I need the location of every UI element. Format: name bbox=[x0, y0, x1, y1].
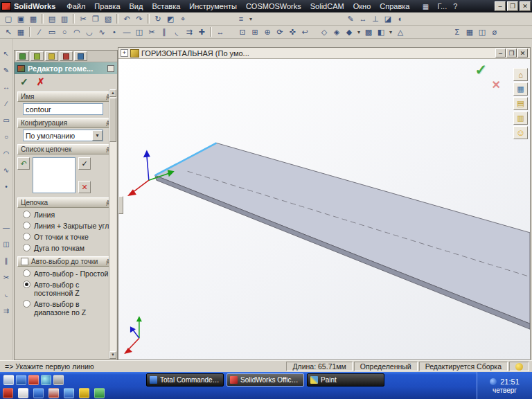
arc-tool-icon[interactable]: ◠ bbox=[1, 148, 12, 159]
quicklaunch-icon-9[interactable] bbox=[48, 388, 59, 398]
offset-entities-icon[interactable]: ∥ bbox=[1, 256, 12, 266]
design-library-icon[interactable]: ▦ bbox=[513, 82, 528, 96]
quicklaunch-icon-2[interactable] bbox=[16, 375, 26, 385]
quicklaunch-icon-7[interactable] bbox=[18, 388, 28, 398]
edit-color-icon[interactable]: ◩ bbox=[164, 13, 177, 24]
autoselect-checkbox[interactable] bbox=[21, 258, 28, 265]
line-tool-icon[interactable]: ∕ bbox=[1, 98, 12, 109]
menu-edit[interactable]: Правка bbox=[90, 2, 124, 10]
select-icon[interactable]: ↖ bbox=[2, 26, 15, 37]
mirror-entities-icon[interactable]: ◫ bbox=[133, 26, 145, 37]
doc-minimize-button[interactable]: – bbox=[495, 48, 506, 57]
copy-icon[interactable]: ❐ bbox=[89, 13, 102, 24]
expand-tree-icon[interactable]: + bbox=[121, 49, 128, 57]
panel-scrollbar[interactable]: ▲ ▼ bbox=[109, 89, 116, 359]
scroll-up-icon[interactable]: ▲ bbox=[109, 89, 116, 97]
new-icon[interactable]: ▢ bbox=[2, 13, 15, 24]
cancel-button[interactable]: ✗ bbox=[37, 76, 45, 87]
scroll-down-icon[interactable]: ▼ bbox=[109, 351, 116, 359]
view-palette-icon[interactable]: ▥ bbox=[513, 112, 528, 125]
quicklaunch-icon-8[interactable] bbox=[33, 388, 44, 398]
configuration-select[interactable]: По умолчанию ▾ bbox=[23, 130, 103, 141]
tangent-arc-icon[interactable]: ◡ bbox=[83, 26, 96, 37]
dimension-tool-icon[interactable]: ↔ bbox=[214, 26, 227, 37]
zoom-fit-icon[interactable]: ⊡ bbox=[236, 26, 249, 37]
confirm-ok-icon[interactable]: ✓ bbox=[475, 62, 487, 78]
zoom-in-out-icon[interactable]: ⊕ bbox=[261, 26, 274, 37]
minimize-button[interactable]: – bbox=[495, 1, 506, 11]
circle-tool-icon[interactable]: ○ bbox=[58, 26, 71, 37]
home-icon[interactable]: ⌂ bbox=[513, 68, 528, 81]
print-icon[interactable]: ▤ bbox=[46, 13, 58, 24]
offset-entities-icon[interactable]: ∥ bbox=[158, 26, 170, 37]
fillet-tool-icon[interactable]: ◟ bbox=[1, 289, 12, 299]
chain-name-input[interactable] bbox=[23, 103, 103, 115]
shaded-icon[interactable]: ◆ bbox=[343, 26, 355, 37]
menu-window[interactable]: Окно bbox=[349, 2, 375, 10]
quicklaunch-icon-10[interactable] bbox=[64, 388, 74, 398]
doc-close-button[interactable]: ✕ bbox=[517, 48, 528, 57]
radio-line[interactable] bbox=[23, 211, 30, 218]
file-explorer-icon[interactable]: ▤ bbox=[513, 97, 528, 110]
view-orientation-dropdown-icon[interactable]: ▾ bbox=[387, 26, 394, 37]
print-preview-icon[interactable]: ▥ bbox=[58, 13, 71, 24]
mass-properties-icon[interactable]: ◫ bbox=[476, 26, 488, 37]
wireframe-icon[interactable]: ◇ bbox=[318, 26, 330, 37]
select-icon[interactable]: ↖ bbox=[1, 48, 12, 59]
trim-entities-icon[interactable]: ✂ bbox=[145, 26, 158, 37]
point-tool-icon[interactable]: • bbox=[108, 26, 121, 37]
radio-auto-constant-z[interactable] bbox=[23, 281, 30, 288]
smart-dimension-icon[interactable]: ↔ bbox=[357, 13, 369, 24]
pan-icon[interactable]: ✜ bbox=[286, 26, 299, 37]
titlebar-grid-icon[interactable]: ▦ bbox=[420, 1, 431, 11]
tab-dimxpert[interactable] bbox=[60, 51, 73, 61]
plate-top-face[interactable] bbox=[155, 143, 530, 323]
menu-tools[interactable]: Инструменты bbox=[185, 2, 241, 10]
rectangle-tool-icon[interactable]: ▭ bbox=[1, 115, 12, 125]
section-chain-header[interactable]: Цепочка ≪ bbox=[17, 197, 114, 208]
dimension-icon[interactable]: ↔ bbox=[1, 82, 12, 92]
radio-auto-range-z[interactable] bbox=[23, 300, 30, 308]
menu-solidcam[interactable]: SolidCAM bbox=[306, 2, 348, 10]
tray-icon[interactable] bbox=[490, 378, 497, 385]
rectangle-tool-icon[interactable]: ▭ bbox=[46, 26, 58, 37]
ok-button[interactable]: ✓ bbox=[20, 76, 28, 87]
taskbar-button-total-commander[interactable]: Total Commander 7.5... bbox=[146, 373, 224, 387]
sketch-icon[interactable]: ✎ bbox=[344, 13, 357, 24]
tab-displaymanager[interactable] bbox=[74, 51, 87, 61]
menu-view[interactable]: Вид bbox=[125, 2, 148, 10]
equations-icon[interactable]: Σ bbox=[451, 26, 463, 37]
spline-tool-icon[interactable]: ∿ bbox=[96, 26, 108, 37]
relations-icon[interactable]: ⊥ bbox=[369, 13, 382, 24]
quicklaunch-icon-3[interactable] bbox=[28, 375, 39, 385]
menu-file[interactable]: Файл bbox=[62, 2, 89, 10]
selection-filter-icon[interactable]: ⌖ bbox=[177, 13, 189, 24]
graphics-area[interactable]: ✓ ✕ ⌂ ▦ ▤ ▥ ☺ bbox=[118, 59, 530, 360]
radio-row-line-closed[interactable]: Линия + Закрытые углы bbox=[15, 220, 117, 231]
radio-row-point-to-point[interactable]: От точки к точке bbox=[15, 231, 117, 242]
rotate-view-icon[interactable]: ⟳ bbox=[274, 26, 286, 37]
sketch-icon[interactable]: ✎ bbox=[1, 65, 12, 76]
autoselect-section-header[interactable]: Авто-выбор до точки ≪ bbox=[17, 256, 114, 267]
menu-insert[interactable]: Вставка bbox=[148, 2, 184, 10]
tab-configurationmanager[interactable] bbox=[45, 51, 58, 61]
pin-icon[interactable] bbox=[107, 65, 114, 72]
grid-icon[interactable]: ▦ bbox=[15, 26, 27, 37]
quicklaunch-icon-11[interactable] bbox=[79, 388, 89, 398]
display-style-dropdown-icon[interactable]: ▾ bbox=[355, 26, 362, 37]
paste-icon[interactable]: ▧ bbox=[102, 13, 114, 24]
centerline-tool-icon[interactable]: — bbox=[121, 26, 133, 37]
section-name-header[interactable]: Имя ≪ bbox=[17, 91, 114, 102]
convert-entities-icon[interactable]: ⇉ bbox=[183, 26, 195, 37]
move-entities-icon[interactable]: ✚ bbox=[195, 26, 208, 37]
shadows-icon[interactable]: ▩ bbox=[362, 26, 375, 37]
point-tool-icon[interactable]: • bbox=[1, 181, 12, 192]
splitter-handle[interactable] bbox=[118, 196, 123, 214]
tab-featuremanager[interactable] bbox=[16, 51, 29, 61]
radio-line-closed-corners[interactable] bbox=[23, 222, 30, 229]
measure-icon[interactable]: ⌀ bbox=[488, 26, 501, 37]
save-icon[interactable]: ▦ bbox=[27, 13, 39, 24]
close-button[interactable]: ✕ bbox=[520, 1, 531, 11]
chain-listbox[interactable] bbox=[33, 157, 76, 193]
menu-cosmosworks[interactable]: COSMOSWorks bbox=[242, 2, 305, 10]
